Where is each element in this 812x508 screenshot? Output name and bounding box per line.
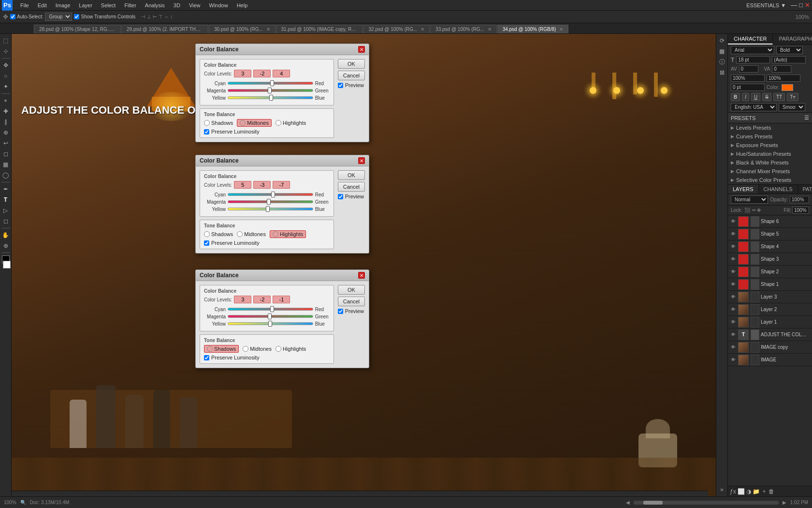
layer-eye-adjust-text[interactable]: 👁 [730, 331, 737, 338]
dialog1-cancel-btn[interactable]: Cancel [338, 71, 365, 80]
preset-hue-sat[interactable]: ▶ Hue/Saturation Presets [728, 149, 812, 158]
close-btn[interactable]: ✕ [805, 1, 810, 9]
dialog1-close-btn[interactable]: ✕ [358, 46, 365, 53]
dialog2-level1-input[interactable] [234, 181, 251, 189]
shape-tool[interactable]: ◻ [1, 216, 11, 226]
paths-tab[interactable]: PATHS [798, 185, 812, 194]
dialog3-preserve-checkbox[interactable] [204, 355, 209, 360]
layer-item-layer1[interactable]: 👁 Layer 1 [728, 316, 812, 329]
layer-item-shape5[interactable]: 👁 Shape 5 [728, 228, 812, 240]
layer-eye-layer3[interactable]: 👁 [730, 294, 737, 300]
layer-eye-image-copy[interactable]: 👁 [730, 344, 737, 351]
layer-item-image-copy[interactable]: 👁 IMAGE copy [728, 341, 812, 354]
histogram-icon[interactable]: ▦ [717, 46, 727, 56]
font-size-input[interactable] [736, 56, 770, 63]
dialog3-mg-slider[interactable] [228, 314, 313, 319]
paragraph-tab[interactable]: PARAGRAPH [773, 34, 812, 45]
layer-eye-layer1[interactable]: 👁 [730, 319, 737, 326]
dialog1-level1-input[interactable]: 3 [234, 70, 251, 77]
menu-window[interactable]: Window [205, 1, 232, 9]
scale-h-input[interactable] [731, 75, 765, 82]
dialog1-level2-input[interactable]: -2 [253, 70, 271, 77]
menu-help[interactable]: Help [233, 1, 252, 9]
clone-tool[interactable]: ⊕ [1, 128, 11, 137]
dialog2-mg-slider[interactable] [228, 199, 313, 205]
maximize-btn[interactable]: □ [799, 1, 803, 9]
dialog2-mg-thumb[interactable] [267, 199, 271, 205]
layer-eye-shape2[interactable]: 👁 [730, 269, 737, 275]
dialog1-titlebar[interactable]: Color Balance ✕ [196, 44, 369, 55]
preset-exposure[interactable]: ▶ Exposure Presets [728, 141, 812, 149]
dialog3-cancel-btn[interactable]: Cancel [338, 297, 365, 306]
layer-eye-shape1[interactable]: 👁 [730, 281, 737, 288]
layer-eye-shape5[interactable]: 👁 [730, 231, 737, 238]
dialog1-level3-input[interactable]: 4 [273, 70, 290, 77]
dialog2-midtones-radio[interactable]: Midtones [237, 231, 266, 237]
tab-3[interactable]: 31.psd @ 100% (IMAGE copy, RG... ✕ [276, 25, 363, 33]
color-swatch[interactable] [782, 84, 793, 91]
expand-icon[interactable]: » [717, 485, 727, 494]
preset-levels[interactable]: ▶ Levels Presets [728, 123, 812, 132]
add-mask-btn[interactable]: ⬜ [738, 488, 745, 495]
move-tool[interactable]: ✥ [1, 60, 11, 70]
dialog2-yb-thumb[interactable] [266, 206, 270, 212]
menu-edit[interactable]: Edit [34, 1, 51, 9]
dialog2-cancel-btn[interactable]: Cancel [338, 182, 365, 192]
dialog2-preview-checkbox[interactable] [338, 194, 343, 199]
brush-tool[interactable]: ∥ [1, 117, 11, 127]
dialog3-shadows-radio[interactable]: Shadows [204, 345, 239, 353]
auto-select-checkbox[interactable] [10, 14, 15, 19]
layer-item-shape6[interactable]: 👁 Shape 6 [728, 215, 812, 228]
dodge-tool[interactable]: ◯ [1, 170, 11, 180]
navigator-icon[interactable]: ⊠ [717, 68, 727, 77]
tracking-input[interactable] [772, 65, 791, 73]
new-layer-btn[interactable]: ＋ [761, 487, 767, 495]
dialog1-cr-thumb[interactable] [270, 80, 274, 86]
dialog3-yb-thumb[interactable] [268, 321, 272, 327]
font-family-select[interactable]: Arial [731, 46, 774, 54]
scroll-left-btn[interactable]: ◀ [626, 500, 630, 505]
underline-btn[interactable]: U [751, 93, 760, 101]
lock-transparent-btn[interactable]: ⬛ [744, 208, 750, 213]
dialog2-level3-input[interactable] [273, 181, 290, 189]
dialog3-titlebar[interactable]: Color Balance ✕ [196, 270, 369, 281]
info-icon[interactable]: ⓘ [717, 57, 727, 67]
dialog1-ok-btn[interactable]: OK [338, 59, 365, 69]
delete-layer-btn[interactable]: 🗑 [768, 488, 774, 495]
dialog3-highlights-radio[interactable]: Highlights [276, 346, 306, 352]
menu-filter[interactable]: Filter [120, 1, 140, 9]
menu-layer[interactable]: Layer [75, 1, 96, 9]
preset-curves[interactable]: ▶ Curves Presets [728, 132, 812, 141]
background-color[interactable] [3, 261, 11, 269]
font-style-select[interactable]: Bold [776, 46, 803, 54]
dialog3-midtones-radio[interactable]: Midtones [243, 346, 272, 352]
transform-checkbox[interactable] [74, 14, 79, 19]
layer-item-layer3[interactable]: 👁 Layer 3 [728, 291, 812, 303]
dialog3-mg-thumb[interactable] [268, 314, 272, 319]
dialog1-mg-slider[interactable] [228, 88, 313, 93]
dialog2-level2-input[interactable] [253, 181, 271, 189]
layer-item-shape1[interactable]: 👁 Shape 1 [728, 278, 812, 291]
dialog3-level2-input[interactable] [253, 296, 271, 303]
tab-0[interactable]: 28.psd @ 100% (Shape 12, RG... ✕ [34, 25, 121, 33]
preset-bw[interactable]: ▶ Black & White Presets [728, 158, 812, 167]
fx-btn[interactable]: ƒx [730, 488, 736, 495]
lock-position-btn[interactable]: ✥ [757, 208, 761, 213]
dialog2-shadows-radio[interactable]: Shadows [204, 231, 233, 237]
lock-pixels-btn[interactable]: ✏ [752, 208, 756, 213]
tab-2[interactable]: 30.psd @ 100% (RG... ✕ [209, 25, 276, 33]
bold-btn[interactable]: B [731, 93, 740, 101]
minimize-btn[interactable]: — [791, 1, 797, 9]
layer-item-shape4[interactable]: 👁 Shape 4 [728, 240, 812, 253]
baseline-input[interactable] [731, 84, 765, 91]
scrollbar-thumb[interactable] [643, 501, 663, 505]
dialog3-preview-checkbox[interactable] [338, 309, 343, 314]
dialog3-level3-input[interactable] [273, 296, 290, 303]
dialog3-close-btn[interactable]: ✕ [358, 272, 365, 279]
dialog3-yb-slider[interactable] [228, 321, 313, 327]
layer-item-layer2[interactable]: 👁 Layer 2 [728, 303, 812, 316]
opacity-input[interactable] [790, 196, 809, 203]
dialog2-titlebar[interactable]: Color Balance ✕ [196, 155, 369, 166]
hand-tool[interactable]: ✋ [1, 230, 11, 240]
crop-tool[interactable]: ⊹ [1, 46, 11, 56]
